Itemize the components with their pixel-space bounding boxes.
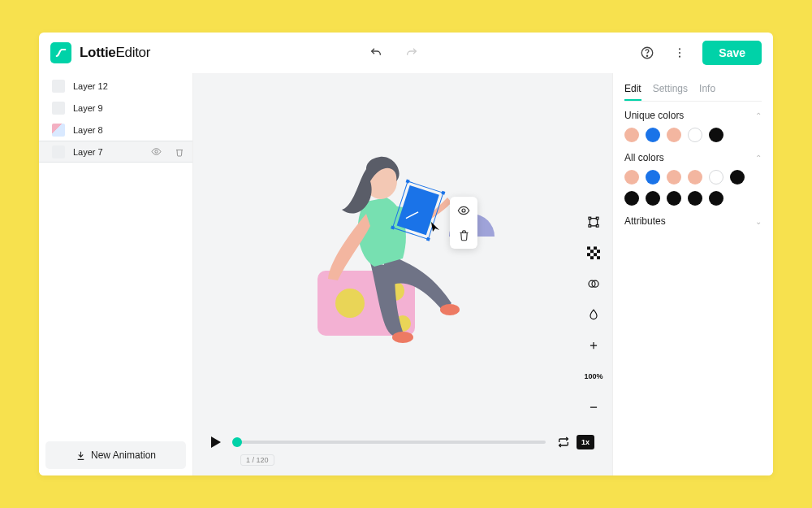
tab-settings[interactable]: Settings: [653, 80, 688, 101]
playback-speed-button[interactable]: 1x: [577, 435, 594, 449]
svg-rect-31: [594, 253, 597, 256]
zoom-level-label: 100%: [583, 366, 604, 387]
new-animation-button[interactable]: New Animation: [45, 441, 186, 469]
eye-icon[interactable]: [151, 146, 162, 157]
color-swatch[interactable]: [624, 128, 639, 142]
color-swatch[interactable]: [667, 191, 681, 206]
app-logo-icon: [50, 42, 71, 63]
color-swatch[interactable]: [624, 191, 639, 206]
save-button[interactable]: Save: [702, 41, 762, 65]
redo-button[interactable]: [402, 43, 421, 63]
layers-panel: Layer 12Layer 9Layer 8Layer 7 New Animat…: [39, 73, 193, 475]
svg-point-3: [679, 51, 680, 53]
frame-counter: 1 / 120: [240, 454, 274, 466]
header-center: [158, 43, 629, 63]
all-colors-title: All colors: [624, 152, 664, 163]
illustration: [289, 132, 516, 344]
canvas-tools: 100%: [583, 211, 604, 418]
svg-rect-15: [406, 179, 410, 183]
svg-point-7: [335, 289, 365, 318]
visibility-toggle-button[interactable]: [455, 202, 473, 219]
color-swatch[interactable]: [646, 128, 660, 142]
loop-toggle-button[interactable]: [557, 436, 570, 449]
delete-button[interactable]: [455, 226, 473, 244]
chevron-up-icon: ⌃: [755, 111, 762, 120]
brand-thin: Editor: [115, 45, 150, 60]
svg-rect-21: [589, 217, 591, 219]
all-colors-row: [624, 170, 762, 206]
svg-point-1: [647, 55, 648, 56]
new-animation-label: New Animation: [91, 449, 156, 461]
layer-item[interactable]: Layer 9: [39, 97, 192, 119]
color-swatch[interactable]: [709, 170, 723, 185]
color-swatch[interactable]: [646, 170, 660, 185]
color-swatch[interactable]: [688, 170, 702, 185]
canvas-stage[interactable]: 100%: [193, 73, 612, 432]
tab-info[interactable]: Info: [699, 80, 715, 101]
svg-point-5: [155, 150, 158, 153]
svg-rect-33: [597, 256, 600, 259]
playback-bar: 1x 1 / 120: [193, 432, 612, 475]
svg-point-10: [440, 304, 460, 315]
layer-item[interactable]: Layer 8: [39, 119, 192, 141]
color-swatch[interactable]: [624, 170, 639, 185]
help-button[interactable]: [637, 43, 657, 63]
attributes-header[interactable]: Attributes ⌄: [624, 215, 762, 227]
svg-rect-18: [426, 237, 430, 241]
tab-edit[interactable]: Edit: [624, 80, 641, 101]
layer-thumbnail: [52, 124, 65, 137]
transform-tool-button[interactable]: [583, 211, 604, 232]
transparency-tool-button[interactable]: [583, 242, 604, 263]
brand-bold: Lottie: [80, 45, 115, 60]
color-swatch[interactable]: [667, 170, 681, 185]
canvas-area: 100% 1x 1 / 120: [193, 73, 612, 475]
svg-rect-16: [441, 191, 445, 195]
svg-point-4: [679, 55, 680, 57]
color-swatch[interactable]: [709, 191, 723, 206]
app-window: LottieEditor Save Layer 12Layer 9Layer 8…: [39, 33, 773, 475]
svg-rect-32: [590, 256, 594, 259]
selection-toolbar: [450, 197, 477, 249]
color-swatch[interactable]: [688, 128, 702, 142]
zoom-in-button[interactable]: [583, 335, 604, 356]
svg-rect-27: [594, 246, 597, 250]
chevron-up-icon: ⌃: [755, 154, 762, 163]
layer-label: Layer 8: [73, 125, 103, 135]
svg-rect-22: [596, 217, 598, 219]
layer-thumbnail: [52, 80, 65, 93]
color-swatch[interactable]: [730, 170, 745, 185]
app-title: LottieEditor: [80, 45, 150, 61]
layer-item[interactable]: Layer 7: [39, 141, 192, 163]
undo-button[interactable]: [366, 43, 386, 63]
layer-label: Layer 12: [73, 81, 108, 91]
layer-item[interactable]: Layer 12: [39, 75, 192, 97]
main: Layer 12Layer 9Layer 8Layer 7 New Animat…: [39, 73, 773, 475]
color-swatch[interactable]: [667, 128, 681, 142]
layer-thumbnail: [52, 102, 65, 115]
play-button[interactable]: [211, 436, 221, 448]
blend-tool-button[interactable]: [583, 273, 604, 294]
trash-icon[interactable]: [175, 147, 184, 157]
timeline-scrubber[interactable]: [232, 441, 546, 444]
header: LottieEditor Save: [39, 33, 773, 73]
svg-rect-30: [587, 253, 590, 256]
layer-label: Layer 7: [73, 147, 103, 157]
color-swatch[interactable]: [646, 191, 660, 206]
svg-rect-24: [596, 224, 598, 227]
properties-tabs: EditSettingsInfo: [624, 80, 762, 102]
svg-point-11: [392, 332, 413, 343]
all-colors-header[interactable]: All colors ⌃: [624, 152, 762, 163]
zoom-out-button[interactable]: [583, 397, 604, 418]
color-swatch[interactable]: [688, 191, 702, 206]
timeline-playhead[interactable]: [232, 437, 242, 447]
color-swatch[interactable]: [709, 128, 723, 142]
svg-rect-28: [590, 250, 594, 253]
more-menu-button[interactable]: [670, 43, 689, 63]
attributes-title: Attributes: [624, 215, 666, 227]
svg-rect-29: [597, 250, 600, 253]
layer-label: Layer 9: [73, 103, 103, 113]
fill-tool-button[interactable]: [583, 304, 604, 325]
layer-list: Layer 12Layer 9Layer 8Layer 7: [39, 73, 192, 435]
unique-colors-header[interactable]: Unique colors ⌃: [624, 110, 762, 121]
svg-point-20: [462, 209, 465, 212]
